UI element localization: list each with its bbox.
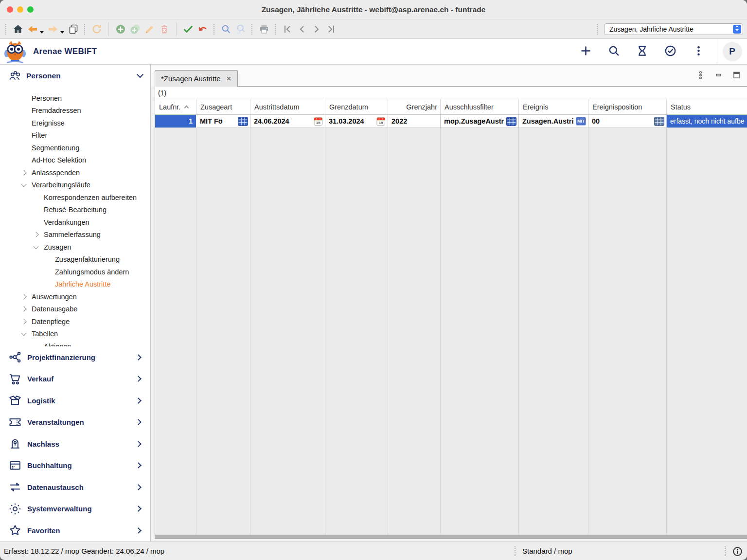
column-header[interactable]: Grenzjahr — [388, 99, 441, 114]
sidebar-tree-item[interactable]: Zusagenfakturierung — [0, 253, 150, 266]
forward-button[interactable] — [46, 22, 60, 36]
horizontal-scrollbar[interactable] — [155, 535, 747, 539]
sidebar-section[interactable]: Logistik — [0, 390, 150, 412]
next-record-button[interactable] — [309, 22, 324, 36]
sidebar-tree-item[interactable]: Zusagen — [0, 241, 150, 253]
undo-button[interactable] — [196, 22, 210, 36]
sidebar-tree-item[interactable]: Anlassspenden — [0, 166, 150, 179]
print-button[interactable] — [257, 22, 271, 36]
sidebar-tree-item[interactable]: Jährliche Austritte — [0, 278, 150, 291]
sidebar-tree-item[interactable]: Tabellen — [0, 328, 150, 341]
first-record-button[interactable] — [280, 22, 295, 36]
sidebar-section[interactable]: Buchhaltung — [0, 455, 150, 477]
view-selector[interactable]: Zusagen, Jährliche Austritte — [604, 23, 743, 35]
grid-gray-icon[interactable] — [652, 117, 664, 126]
info-icon[interactable] — [731, 545, 743, 557]
table-cell[interactable]: erfasst, noch nicht aufbe — [667, 115, 747, 128]
sidebar-tree-item[interactable]: Personen — [0, 92, 150, 105]
last-record-button[interactable] — [324, 22, 338, 36]
maximize-panel-button[interactable] — [731, 71, 741, 81]
grid-blue-icon[interactable] — [236, 117, 248, 126]
header-history-button[interactable] — [635, 45, 649, 58]
refresh-button[interactable] — [89, 22, 104, 36]
user-avatar[interactable]: P — [723, 42, 742, 61]
sidebar-tree-item[interactable]: Ereignisse — [0, 117, 150, 129]
sidebar-section[interactable]: Projektfinanzierung — [0, 346, 150, 368]
close-window-button[interactable] — [7, 6, 13, 13]
sidebar-tree-item[interactable]: Zahlungsmodus ändern — [0, 266, 150, 278]
column-header[interactable]: Ereignisposition — [588, 99, 667, 114]
sidebar-tree-item[interactable]: Verdankungen — [0, 216, 150, 229]
sidebar-tree-item[interactable]: Filter — [0, 129, 150, 142]
sidebar-tree-item[interactable]: Ad-Hoc Selektion — [0, 154, 150, 167]
column-header[interactable]: Ereignis — [519, 99, 588, 114]
sidebar-section[interactable]: Verkauf — [0, 368, 150, 390]
search-icon — [220, 23, 232, 35]
view-menu-button[interactable] — [695, 71, 705, 81]
tab-zusagen-austritte[interactable]: *Zusagen Austritte × — [155, 70, 238, 87]
delete-record-button[interactable] — [157, 22, 172, 36]
forward-history-caret[interactable] — [60, 31, 64, 34]
edit-record-button[interactable] — [142, 22, 157, 36]
confirm-button[interactable] — [181, 22, 196, 36]
sidebar-tree-item[interactable]: Sammelerfassung — [0, 229, 150, 241]
header-add-button[interactable] — [579, 45, 592, 58]
sidebar-section[interactable]: Systemverwaltung — [0, 498, 150, 520]
sidebar-section[interactable]: Favoriten — [0, 520, 150, 542]
header-more-button[interactable] — [692, 45, 705, 58]
minimize-panel-button[interactable] — [713, 71, 723, 81]
column-header[interactable]: Grenzdatum — [325, 99, 388, 114]
sidebar-tree-item[interactable]: Datenausgabe — [0, 303, 150, 316]
calendar-icon[interactable]: 15 — [312, 116, 323, 126]
tab-close-icon[interactable]: × — [227, 74, 231, 83]
column-header[interactable]: Zusageart — [196, 99, 250, 114]
reset-search-button[interactable] — [233, 22, 248, 36]
header-approvals-button[interactable] — [663, 45, 677, 58]
search-icon — [607, 44, 621, 59]
app-window: Zusagen, Jährliche Austritte - webift@as… — [0, 0, 747, 560]
column-header[interactable]: Laufnr. — [155, 99, 196, 114]
column-header[interactable]: Ausschlussfilter — [441, 99, 519, 114]
sidebar-tree-item[interactable]: Datenpflege — [0, 315, 150, 328]
sidebar-section[interactable]: Veranstaltungen — [0, 412, 150, 434]
sidebar-tree-item[interactable]: Korrespondenzen aufbereiten — [0, 191, 150, 204]
sidebar-section[interactable]: Datenaustausch — [0, 476, 150, 498]
sidebar-section-personen[interactable]: Personen — [0, 65, 150, 87]
table-cell[interactable]: 31.03.2024 15 — [325, 115, 388, 128]
copy-record-button[interactable] — [128, 22, 142, 36]
grid-blue-icon[interactable] — [504, 117, 516, 126]
sidebar-tree-item[interactable]: Segmentierung — [0, 142, 150, 154]
fullscreen-window-button[interactable] — [27, 6, 34, 13]
previous-record-button[interactable] — [295, 22, 309, 36]
table-cell[interactable]: 1 — [155, 115, 196, 128]
table-cell[interactable]: 00 — [588, 115, 667, 128]
minimize-window-button[interactable] — [17, 6, 23, 13]
table-cell[interactable]: mop.ZusageAustri — [441, 115, 519, 128]
sidebar-section[interactable]: Nachlass — [0, 433, 150, 455]
header-search-button[interactable] — [607, 45, 621, 58]
home-button[interactable] — [11, 22, 25, 36]
column-header[interactable]: Austrittsdatum — [250, 99, 325, 114]
copy-view-button[interactable] — [66, 22, 81, 36]
refresh-icon — [91, 23, 103, 35]
sidebar-tree-item[interactable]: Refusé-Bearbeitung — [0, 204, 150, 217]
back-history-caret[interactable] — [40, 31, 44, 34]
back-button[interactable] — [25, 22, 40, 36]
sidebar-tree-item[interactable]: Auswertungen — [0, 290, 150, 303]
search-button[interactable] — [219, 22, 233, 36]
sidebar-tree-item[interactable]: Verarbeitungsläufe — [0, 179, 150, 192]
sidebar-tree-item[interactable]: Aktionen — [0, 340, 150, 346]
mit-badge-icon[interactable]: MIT — [574, 117, 586, 126]
column-header[interactable]: Status — [667, 99, 747, 114]
reset-search-icon — [235, 23, 247, 35]
sidebar-tree-item[interactable]: Fremdadressen — [0, 105, 150, 117]
table-cell[interactable]: 2022 — [388, 115, 441, 128]
table-cell[interactable]: Zusagen.Austri MIT — [519, 115, 588, 128]
table-cell[interactable]: MIT Fö — [196, 115, 250, 128]
add-record-button[interactable] — [113, 22, 128, 36]
table-body-background — [155, 128, 747, 535]
table-row[interactable]: 1 MIT Fö 24.06.2024 15 — [155, 115, 747, 128]
chevron-down-icon — [137, 71, 143, 78]
table-cell[interactable]: 24.06.2024 15 — [250, 115, 325, 128]
calendar-icon[interactable]: 15 — [374, 116, 386, 126]
